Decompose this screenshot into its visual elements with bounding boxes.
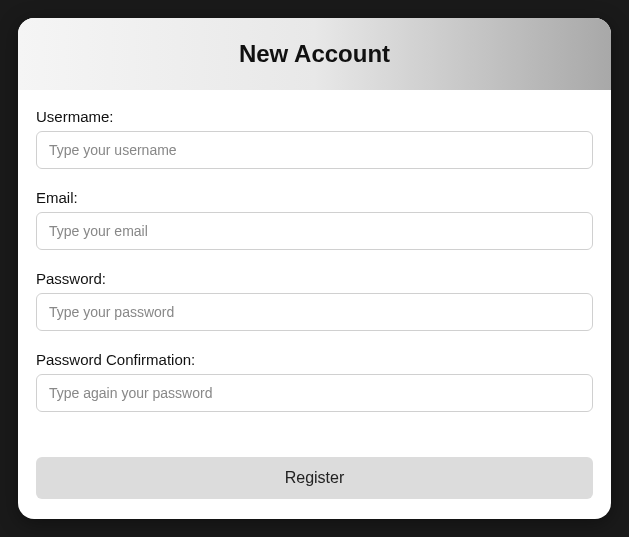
password-group: Password: xyxy=(36,270,593,331)
username-label: Usermame: xyxy=(36,108,593,125)
username-group: Usermame: xyxy=(36,108,593,169)
username-input[interactable] xyxy=(36,131,593,169)
password-label: Password: xyxy=(36,270,593,287)
password-field[interactable] xyxy=(36,293,593,331)
card-header: New Account xyxy=(18,18,611,90)
email-field[interactable] xyxy=(36,212,593,250)
password-confirmation-group: Password Confirmation: xyxy=(36,351,593,412)
spacer xyxy=(36,432,593,457)
password-confirmation-label: Password Confirmation: xyxy=(36,351,593,368)
registration-card: New Account Usermame: Email: Password: P… xyxy=(18,18,611,519)
email-label: Email: xyxy=(36,189,593,206)
register-button[interactable]: Register xyxy=(36,457,593,499)
page-title: New Account xyxy=(38,40,591,68)
card-body: Usermame: Email: Password: Password Conf… xyxy=(18,90,611,519)
password-confirmation-field[interactable] xyxy=(36,374,593,412)
email-group: Email: xyxy=(36,189,593,250)
